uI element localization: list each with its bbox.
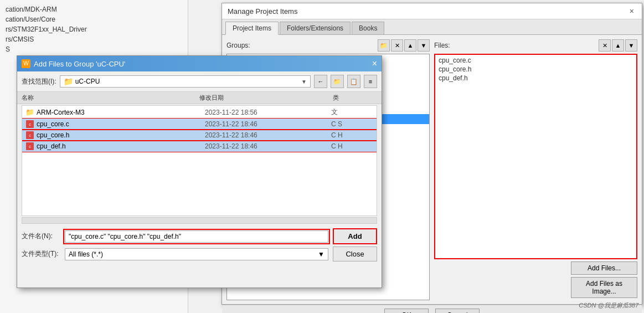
file-date-cpu-core-c: 2023-11-22 18:46 bbox=[205, 120, 331, 128]
filetype-label: 文件类型(T): bbox=[22, 249, 60, 259]
sidebar-item-3: rs/STM32F1xx_HAL_Driver bbox=[2, 24, 186, 34]
groups-panel-header: Groups: 📁 ✕ ▲ ▼ bbox=[226, 39, 430, 52]
watermark: CSDN @我是麻瓜387 bbox=[579, 301, 638, 310]
folder-name: ARM-Cortex-M3 bbox=[37, 109, 205, 116]
nav-view-button[interactable]: ≡ bbox=[364, 75, 377, 88]
sidebar-item-2: cation/User/Core bbox=[2, 14, 186, 24]
files-delete-btn[interactable]: ✕ bbox=[599, 39, 611, 52]
filetype-value: All files (*.*) bbox=[69, 250, 103, 258]
folder-type: 文 bbox=[331, 107, 373, 117]
nav-back-button[interactable]: ← bbox=[314, 75, 327, 88]
col-type-header: 类 bbox=[333, 94, 377, 102]
file-date-cpu-def-h: 2023-11-22 18:46 bbox=[205, 142, 331, 150]
add-files-toolbar: 查找范围(I): 📁 uC-CPU ▼ ← 📁 📋 ≡ bbox=[17, 71, 382, 92]
groups-new-btn[interactable]: 📁 bbox=[378, 39, 390, 52]
folder-date: 2023-11-22 18:56 bbox=[205, 109, 331, 116]
filename-row: 文件名(N): Add bbox=[22, 228, 377, 244]
files-label: Files: bbox=[434, 42, 597, 49]
dropdown-arrow-icon: ▼ bbox=[301, 79, 307, 85]
filename-input[interactable] bbox=[65, 230, 328, 243]
manage-dialog-tabs: Project Items Folders/Extensions Books bbox=[222, 19, 642, 35]
close-button[interactable]: Close bbox=[333, 247, 377, 261]
add-files-close-button[interactable]: × bbox=[372, 59, 377, 69]
folder-file-icon: 📁 bbox=[25, 109, 34, 116]
files-up-btn[interactable]: ▲ bbox=[612, 39, 624, 52]
dialog-title-icon: W bbox=[22, 59, 30, 68]
col-date-header: 修改日期 bbox=[199, 94, 333, 102]
file-date-cpu-core-h: 2023-11-22 18:46 bbox=[205, 131, 331, 139]
file-list-header: 名称 修改日期 类 bbox=[17, 92, 382, 104]
file-item-cpu-core-c[interactable]: cpu_core.c bbox=[436, 56, 635, 65]
sidebar-item-4: rs/CMSIS bbox=[2, 34, 186, 44]
filetype-row: 文件类型(T): All files (*.*) ▼ Close bbox=[22, 247, 377, 261]
file-type-cpu-def-h: C H bbox=[331, 142, 373, 150]
files-panel: Files: ✕ ▲ ▼ cpu_core.c cpu_core.h cpu_d… bbox=[434, 39, 637, 300]
add-files-title: Add Files to Group 'uC-CPU' bbox=[34, 60, 125, 68]
sidebar-item-1: cation/MDK-ARM bbox=[2, 4, 186, 14]
tab-project-items[interactable]: Project Items bbox=[225, 22, 279, 35]
nav-up-button[interactable]: 📁 bbox=[331, 75, 344, 88]
filetype-arrow-icon: ▼ bbox=[318, 250, 324, 258]
tab-books[interactable]: Books bbox=[352, 22, 384, 34]
manage-dialog-titlebar: Manage Project Items × bbox=[222, 3, 642, 19]
manage-bottom-buttons: Add Files... Add Files as Image... bbox=[434, 259, 637, 300]
location-dropdown[interactable]: 📁 uC-CPU ▼ bbox=[60, 75, 311, 88]
file-row-folder[interactable]: 📁 ARM-Cortex-M3 2023-11-22 18:56 文 bbox=[22, 106, 377, 119]
file-list-area: 📁 ARM-Cortex-M3 2023-11-22 18:56 文 c cpu… bbox=[22, 105, 377, 216]
files-down-btn[interactable]: ▼ bbox=[625, 39, 637, 52]
file-item-cpu-core-h[interactable]: cpu_core.h bbox=[436, 65, 635, 74]
groups-down-btn[interactable]: ▼ bbox=[418, 39, 430, 52]
file-name-cpu-def-h: cpu_def.h bbox=[37, 142, 205, 150]
file-name-cpu-core-c: cpu_core.c bbox=[37, 120, 205, 128]
add-files-title-container: W Add Files to Group 'uC-CPU' bbox=[22, 59, 125, 68]
c-file-icon-1: c bbox=[25, 120, 34, 128]
add-files-as-image-button[interactable]: Add Files as Image... bbox=[571, 277, 637, 298]
manage-dialog-close-button[interactable]: × bbox=[627, 7, 636, 16]
manage-ok-button[interactable]: OK bbox=[384, 309, 429, 313]
manage-cancel-button[interactable]: Cancel bbox=[435, 309, 480, 313]
col-name-header: 名称 bbox=[22, 94, 199, 102]
tab-folders-extensions[interactable]: Folders/Extensions bbox=[280, 22, 351, 34]
sidebar-item-5: S bbox=[2, 44, 186, 54]
c-file-icon-3: c bbox=[25, 142, 34, 150]
file-list-scrollbar[interactable] bbox=[22, 217, 377, 224]
groups-label: Groups: bbox=[226, 42, 377, 49]
filename-label: 文件名(N): bbox=[22, 232, 60, 241]
location-value: uC-CPU bbox=[75, 78, 100, 85]
add-files-dialog: W Add Files to Group 'uC-CPU' × 查找范围(I):… bbox=[17, 55, 382, 288]
groups-up-btn[interactable]: ▲ bbox=[404, 39, 416, 52]
file-type-cpu-core-h: C H bbox=[331, 131, 373, 139]
add-files-titlebar: W Add Files to Group 'uC-CPU' × bbox=[17, 56, 382, 71]
file-row-cpu-def-h[interactable]: c cpu_def.h 2023-11-22 18:46 C H bbox=[22, 141, 377, 152]
add-files-bottom-area: 文件名(N): Add 文件类型(T): All files (*.*) ▼ C… bbox=[17, 225, 382, 265]
groups-delete-btn[interactable]: ✕ bbox=[391, 39, 403, 52]
add-files-button[interactable]: Add Files... bbox=[571, 261, 637, 275]
folder-icon: 📁 bbox=[64, 77, 73, 86]
files-list: cpu_core.c cpu_core.h cpu_def.h bbox=[434, 54, 637, 259]
file-type-cpu-core-c: C S bbox=[331, 120, 373, 128]
manage-dialog-title: Manage Project Items bbox=[228, 7, 297, 16]
files-panel-header: Files: ✕ ▲ ▼ bbox=[434, 39, 637, 52]
c-file-icon-2: c bbox=[25, 131, 34, 139]
file-row-cpu-core-c[interactable]: c cpu_core.c 2023-11-22 18:46 C S bbox=[22, 119, 377, 130]
filetype-dropdown[interactable]: All files (*.*) ▼ bbox=[65, 248, 328, 260]
file-name-cpu-core-h: cpu_core.h bbox=[37, 131, 205, 139]
location-label: 查找范围(I): bbox=[22, 77, 56, 86]
add-button[interactable]: Add bbox=[333, 228, 377, 244]
nav-new-folder-button[interactable]: 📋 bbox=[347, 75, 360, 88]
file-item-cpu-def-h[interactable]: cpu_def.h bbox=[436, 74, 635, 83]
file-row-cpu-core-h[interactable]: c cpu_core.h 2023-11-22 18:46 C H bbox=[22, 130, 377, 141]
